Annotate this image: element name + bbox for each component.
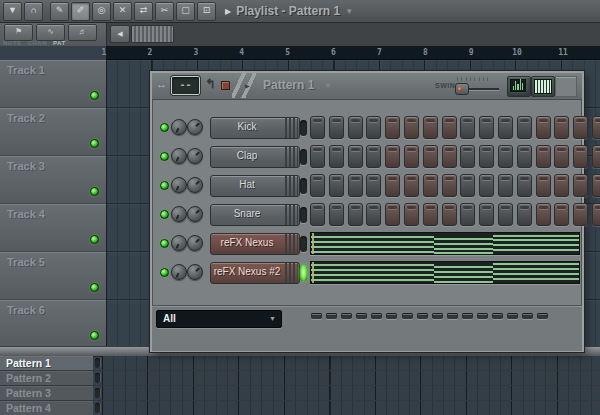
track-led-green[interactable]: [90, 283, 99, 292]
step-cell[interactable]: [404, 174, 419, 197]
step-cell[interactable]: [366, 145, 381, 168]
pattern-row[interactable]: Pattern 2: [0, 371, 600, 386]
step-cell[interactable]: [385, 145, 400, 168]
step-page-dash[interactable]: [492, 313, 503, 319]
step-page-dash[interactable]: [326, 313, 337, 319]
step-cell[interactable]: [329, 203, 344, 226]
channel-rack-titlebar[interactable]: ↔ -- ↰ ▶ Pattern 1 ▼ SWING: [152, 73, 582, 100]
pattern-grid-row[interactable]: [102, 401, 600, 415]
picker-label-chan[interactable]: CHAN: [28, 40, 47, 46]
rack-lcd-display[interactable]: --: [171, 76, 200, 95]
step-cell[interactable]: [573, 203, 588, 226]
pan-knob[interactable]: [171, 177, 187, 193]
step-cell[interactable]: [310, 203, 325, 226]
step-cell[interactable]: [592, 116, 600, 139]
step-page-dash[interactable]: [371, 313, 382, 319]
track-led-green[interactable]: [90, 91, 99, 100]
automation-picker-button[interactable]: ∿: [36, 24, 65, 41]
step-cell[interactable]: [517, 174, 532, 197]
track-row[interactable]: Track 3: [0, 156, 106, 204]
step-cell[interactable]: [479, 116, 494, 139]
step-cell[interactable]: [554, 116, 569, 139]
channel-button[interactable]: Kick: [210, 117, 300, 139]
pattern-grid-row[interactable]: [102, 356, 600, 370]
step-cell[interactable]: [479, 145, 494, 168]
step-cell[interactable]: [536, 145, 551, 168]
pattern-grid-row[interactable]: [102, 386, 600, 400]
notes-picker-button[interactable]: ♬: [68, 24, 97, 41]
channel-selector-led[interactable]: [300, 178, 307, 194]
step-cell[interactable]: [310, 145, 325, 168]
step-cell[interactable]: [442, 145, 457, 168]
step-cell[interactable]: [517, 145, 532, 168]
step-cell[interactable]: [517, 116, 532, 139]
step-cell[interactable]: [310, 116, 325, 139]
step-cell[interactable]: [479, 203, 494, 226]
volume-knob[interactable]: [187, 235, 203, 251]
step-page-dash[interactable]: [522, 313, 533, 319]
slip-tool-button[interactable]: ⇄: [134, 2, 153, 21]
chevron-down-icon[interactable]: ▼: [324, 81, 332, 90]
channel-led-green[interactable]: [160, 123, 169, 132]
piano-roll-preview[interactable]: [310, 261, 580, 284]
volume-knob[interactable]: [187, 177, 203, 193]
step-cell[interactable]: [479, 174, 494, 197]
step-cell[interactable]: [348, 116, 363, 139]
pan-knob[interactable]: [171, 235, 187, 251]
step-cell[interactable]: [554, 174, 569, 197]
track-row[interactable]: Track 6: [0, 300, 106, 348]
step-cell[interactable]: [554, 203, 569, 226]
step-page-dash[interactable]: [447, 313, 458, 319]
mute-tool-button[interactable]: ✕: [113, 2, 132, 21]
track-led-green[interactable]: [90, 139, 99, 148]
pan-knob[interactable]: [171, 264, 187, 280]
step-page-dash[interactable]: [417, 313, 428, 319]
horizontal-scrollbar-grip[interactable]: [131, 25, 174, 43]
pan-knob[interactable]: [171, 119, 187, 135]
channel-led-green[interactable]: [160, 181, 169, 190]
step-cell[interactable]: [329, 174, 344, 197]
volume-knob[interactable]: [187, 119, 203, 135]
step-cell[interactable]: [592, 174, 600, 197]
step-cell[interactable]: [442, 116, 457, 139]
playlist-timeline[interactable]: 1234567891011: [106, 46, 600, 60]
picker-label-pat[interactable]: PAT: [53, 40, 66, 46]
volume-knob[interactable]: [187, 148, 203, 164]
draw-tool-button[interactable]: ✎: [50, 2, 69, 21]
step-cell[interactable]: [498, 174, 513, 197]
pattern-row[interactable]: Pattern 4: [0, 401, 600, 415]
track-row[interactable]: Track 4: [0, 204, 106, 252]
step-cell[interactable]: [329, 145, 344, 168]
pattern-row[interactable]: Pattern 1: [0, 356, 600, 371]
channel-selector-led[interactable]: [300, 236, 307, 252]
step-cell[interactable]: [329, 116, 344, 139]
channel-button[interactable]: reFX Nexus #2: [210, 262, 300, 284]
pattern-row[interactable]: Pattern 3: [0, 386, 600, 401]
paint-tool-button[interactable]: ✐: [71, 2, 90, 21]
step-cell[interactable]: [573, 116, 588, 139]
step-cell[interactable]: [460, 145, 475, 168]
slice-tool-button[interactable]: ✂: [155, 2, 174, 21]
pattern-label-area[interactable]: Pattern 4: [0, 401, 93, 415]
channel-button[interactable]: Snare: [210, 204, 300, 226]
channel-button[interactable]: Clap: [210, 146, 300, 168]
channel-selector-led[interactable]: [300, 149, 307, 165]
resize-horizontal-icon[interactable]: ↔: [156, 78, 167, 90]
step-page-dash[interactable]: [386, 313, 397, 319]
snap-button[interactable]: ∩: [24, 2, 43, 21]
channel-filter-dropdown[interactable]: All ▼: [156, 310, 282, 328]
step-cell[interactable]: [536, 203, 551, 226]
rack-pattern-title[interactable]: Pattern 1: [263, 78, 314, 92]
step-cell[interactable]: [592, 203, 600, 226]
step-cell[interactable]: [348, 174, 363, 197]
step-cell[interactable]: [366, 203, 381, 226]
step-page-dash[interactable]: [432, 313, 443, 319]
step-page-dash[interactable]: [537, 313, 548, 319]
step-page-dash[interactable]: [341, 313, 352, 319]
step-cell[interactable]: [348, 145, 363, 168]
channel-led-green[interactable]: [160, 239, 169, 248]
step-cell[interactable]: [366, 174, 381, 197]
track-row[interactable]: Track 2: [0, 108, 106, 156]
graph-editor-button[interactable]: [507, 76, 531, 97]
options-menu-button[interactable]: ▼: [3, 2, 22, 21]
